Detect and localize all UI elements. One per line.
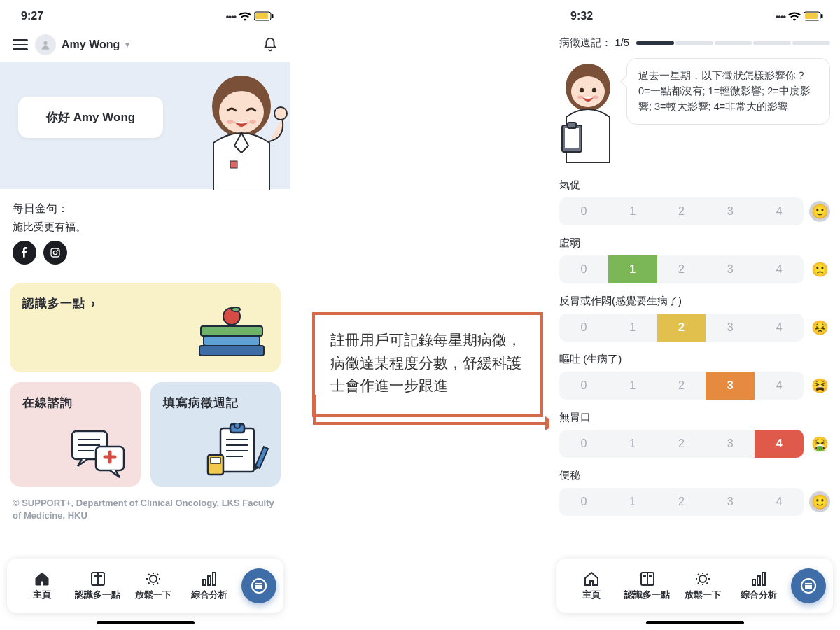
nav-stats[interactable]: 綜合分析 bbox=[731, 571, 787, 601]
scale-option-2[interactable]: 2 bbox=[657, 372, 706, 400]
card-online-consult[interactable]: 在線諮詢 bbox=[10, 382, 141, 487]
scale-option-0[interactable]: 0 bbox=[559, 430, 608, 458]
symptom-row: 便秘01234🙂 bbox=[550, 465, 840, 523]
scale-option-3[interactable]: 3 bbox=[706, 255, 755, 284]
scale-option-1[interactable]: 1 bbox=[608, 314, 657, 342]
scale-option-1[interactable]: 1 bbox=[608, 197, 657, 225]
scale-option-3[interactable]: 3 bbox=[706, 488, 755, 516]
svg-rect-38 bbox=[208, 576, 211, 585]
symptom-label: 虛弱 bbox=[559, 237, 830, 250]
nav-home[interactable]: 主頁 bbox=[14, 571, 70, 601]
app-bar: Amy Wong ▾ bbox=[0, 28, 290, 62]
status-indicators: •••• bbox=[226, 11, 274, 22]
scale-option-0[interactable]: 0 bbox=[559, 255, 608, 284]
scale-option-2[interactable]: 2 bbox=[657, 314, 706, 342]
status-bar: 9:27 •••• bbox=[0, 0, 290, 28]
home-indicator bbox=[646, 621, 744, 624]
scale-option-3[interactable]: 3 bbox=[706, 372, 755, 400]
scale-option-4[interactable]: 4 bbox=[755, 430, 804, 458]
scale-option-4[interactable]: 4 bbox=[755, 314, 804, 342]
scale-option-2[interactable]: 2 bbox=[657, 488, 706, 516]
nav-learn[interactable]: 認識多一點 bbox=[620, 571, 676, 601]
scale: 01234 bbox=[559, 314, 804, 342]
hero: 你好 Amy Wong bbox=[0, 62, 290, 189]
card-symptom-diary[interactable]: 填寫病徵週記 bbox=[150, 382, 281, 487]
scale: 01234 bbox=[559, 488, 804, 516]
scale-option-1[interactable]: 1 bbox=[608, 488, 657, 516]
wifi-icon bbox=[788, 11, 801, 21]
scale-option-4[interactable]: 4 bbox=[755, 197, 804, 225]
nav-relax[interactable]: 放鬆一下 bbox=[676, 571, 732, 601]
symptoms-list: 氣促01234🙂虛弱01234🙁反胃或作悶(感覺要生病了)01234😣嘔吐 (生… bbox=[550, 174, 840, 523]
svg-rect-31 bbox=[211, 458, 220, 463]
card-consult-title: 在線諮詢 bbox=[22, 396, 73, 410]
svg-point-9 bbox=[274, 107, 287, 120]
menu-button[interactable] bbox=[13, 39, 28, 50]
scale-option-3[interactable]: 3 bbox=[706, 197, 755, 225]
scale-option-1[interactable]: 1 bbox=[608, 372, 657, 400]
instruction-row: 過去一星期，以下徵狀怎樣影響你？ 0=一點都沒有; 1=輕微影響; 2=中度影響… bbox=[550, 52, 840, 174]
nav-home[interactable]: 主頁 bbox=[564, 571, 620, 601]
svg-point-48 bbox=[571, 76, 605, 107]
progress-bar bbox=[636, 41, 830, 45]
svg-rect-46 bbox=[821, 14, 823, 18]
greeting-bubble: 你好 Amy Wong bbox=[18, 97, 163, 138]
card-learn-more[interactable]: 認識多一點› bbox=[10, 283, 281, 372]
svg-point-3 bbox=[43, 41, 47, 45]
svg-point-12 bbox=[57, 249, 59, 251]
annotation-callout: 註冊用戶可記錄每星期病徵，病徵達某程度分數，舒緩科護士會作進一步跟進 bbox=[312, 312, 543, 417]
scale-option-2[interactable]: 2 bbox=[657, 255, 706, 284]
fab-button[interactable] bbox=[791, 568, 826, 603]
symptom-label: 無胃口 bbox=[559, 411, 830, 424]
scale-option-3[interactable]: 3 bbox=[706, 314, 755, 342]
scale-option-4[interactable]: 4 bbox=[755, 488, 804, 516]
scale-option-4[interactable]: 4 bbox=[755, 372, 804, 400]
svg-rect-37 bbox=[203, 580, 206, 585]
scale-option-4[interactable]: 4 bbox=[755, 255, 804, 284]
scale-option-2[interactable]: 2 bbox=[657, 430, 706, 458]
svg-rect-54 bbox=[565, 128, 579, 148]
face-confounded-icon: 😣 bbox=[809, 317, 830, 338]
scale-option-2[interactable]: 2 bbox=[657, 197, 706, 225]
symptom-label: 嘔吐 (生病了) bbox=[559, 353, 830, 366]
svg-point-49 bbox=[580, 88, 584, 92]
quote-title: 每日金句： bbox=[13, 202, 278, 216]
scale-option-0[interactable]: 0 bbox=[559, 197, 608, 225]
instagram-button[interactable] bbox=[43, 241, 67, 265]
nav-relax[interactable]: 放鬆一下 bbox=[126, 571, 182, 601]
scale-option-0[interactable]: 0 bbox=[559, 314, 608, 342]
phone-home: 9:27 •••• Amy Wong ▾ 你好 Amy Wong bbox=[0, 0, 290, 629]
scale-option-1[interactable]: 1 bbox=[608, 430, 657, 458]
face-slight-frown-icon: 🙁 bbox=[809, 259, 830, 280]
facebook-button[interactable] bbox=[13, 241, 36, 265]
face-persevering-icon: 😫 bbox=[809, 375, 830, 396]
scale-option-0[interactable]: 0 bbox=[559, 488, 608, 516]
scale-option-0[interactable]: 0 bbox=[559, 372, 608, 400]
fab-button[interactable] bbox=[241, 568, 276, 603]
scale-option-1[interactable]: 1 bbox=[608, 255, 657, 284]
status-bar: 9:32 •••• bbox=[550, 0, 840, 28]
svg-rect-39 bbox=[213, 573, 216, 585]
symptom-row: 氣促01234🙂 bbox=[550, 174, 840, 232]
avatar-icon bbox=[35, 34, 56, 55]
nav-learn[interactable]: 認識多一點 bbox=[70, 571, 126, 601]
nav-stats[interactable]: 綜合分析 bbox=[181, 571, 237, 601]
face-nauseated-icon: 🤮 bbox=[809, 433, 830, 454]
svg-point-11 bbox=[53, 251, 57, 254]
signal-icon: •••• bbox=[226, 11, 236, 22]
scale: 01234 bbox=[559, 430, 804, 458]
face-neutral-icon: 🙂 bbox=[809, 491, 830, 512]
symptom-row: 無胃口01234🤮 bbox=[550, 407, 840, 465]
symptom-row: 嘔吐 (生病了)01234😫 bbox=[550, 349, 840, 407]
scale-option-3[interactable]: 3 bbox=[706, 430, 755, 458]
svg-rect-61 bbox=[752, 580, 755, 585]
account-switcher[interactable]: Amy Wong ▾ bbox=[35, 34, 130, 55]
chevron-down-icon: ▾ bbox=[125, 40, 130, 50]
svg-point-17 bbox=[232, 307, 240, 312]
home-cards: 認識多一點› 在線諮詢 bbox=[0, 272, 290, 493]
books-icon bbox=[194, 305, 271, 365]
symptom-label: 氣促 bbox=[559, 178, 830, 192]
svg-rect-55 bbox=[568, 122, 576, 128]
notifications-button[interactable] bbox=[262, 37, 278, 52]
wifi-icon bbox=[239, 11, 251, 21]
